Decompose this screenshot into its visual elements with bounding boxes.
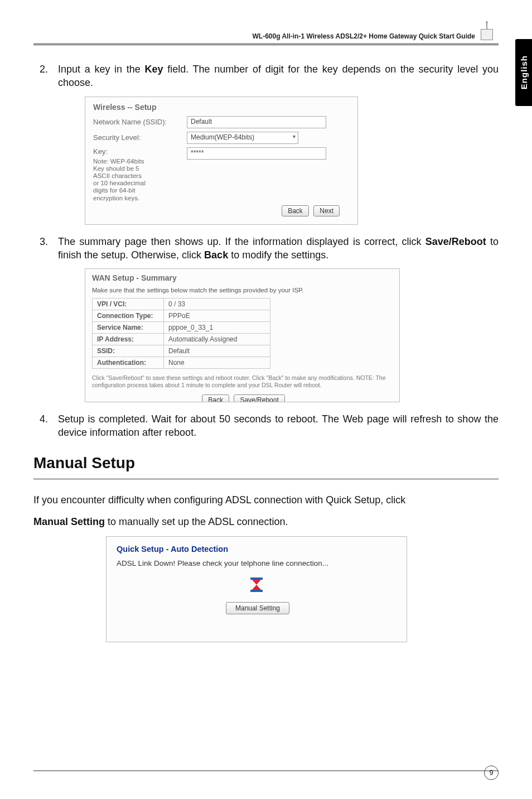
summary-title: WAN Setup - Summary (92, 273, 393, 282)
step2-pre: Input a key in the (58, 64, 144, 75)
step-number: 3. (33, 235, 48, 262)
ssid-label: Network Name (SSID): (93, 118, 187, 126)
wireless-title: Wireless -- Setup (93, 103, 350, 112)
security-select[interactable]: Medium(WEP-64bits) (187, 132, 298, 144)
wan-summary-screenshot: WAN Setup - Summary Make sure that the s… (85, 268, 400, 402)
language-tab: English (515, 39, 532, 106)
security-label: Security Level: (93, 133, 187, 142)
step-2: 2. Input a key in the Key field. The num… (33, 62, 499, 90)
adsl-message: ADSL Link Down! Please check your telpho… (117, 559, 396, 567)
header-title: WL-600g All-in-1 Wireless ADSL2/2+ Home … (253, 32, 475, 40)
hourglass-icon (250, 577, 263, 592)
key-word: Key (144, 64, 163, 75)
key-note: Note: WEP-64bits Key should be 5 ASCII c… (93, 158, 149, 202)
ssid-input[interactable]: Default (187, 116, 326, 128)
summary-subtitle: Make sure that the settings below match … (92, 287, 393, 293)
table-row: Authentication:None (93, 357, 270, 369)
table-row: Service Name:pppoe_0_33_1 (93, 322, 270, 334)
page-header: WL-600g All-in-1 Wireless ADSL2/2+ Home … (33, 22, 499, 51)
summary-table: VPI / VCI:0 / 33 Connection Type:PPPoE S… (92, 298, 270, 369)
summary-footnote: Click "Save/Reboot" to save these settin… (92, 374, 393, 389)
step-text: The summary page then shows up. If the i… (58, 235, 499, 262)
auto-title: Quick Setup - Auto Detection (117, 545, 396, 553)
router-icon (481, 29, 493, 40)
table-row: Connection Type:PPPoE (93, 310, 270, 322)
table-row: VPI / VCI:0 / 33 (93, 299, 270, 310)
auto-detection-screenshot: Quick Setup - Auto Detection ADSL Link D… (106, 536, 407, 642)
table-row: SSID:Default (93, 345, 270, 357)
step-number: 4. (33, 412, 48, 440)
step-text: Input a key in the Key field. The number… (58, 62, 499, 90)
antenna-dot (486, 21, 488, 23)
summary-save-button[interactable]: Save/Reboot (234, 394, 284, 402)
back-button[interactable]: Back (282, 205, 309, 216)
step3-post: to modify the settings. (228, 249, 328, 261)
step-text: Setup is completed. Wait for about 50 se… (58, 412, 499, 440)
manual-para-2-post: to manually set up the ADSL connection. (105, 516, 288, 527)
step-3: 3. The summary page then shows up. If th… (33, 235, 499, 262)
page-number: 9 (484, 766, 499, 780)
footer-rule (33, 771, 499, 771)
section-rule (33, 479, 499, 479)
language-label: English (519, 55, 529, 89)
manual-setting-word: Manual Setting (33, 516, 105, 527)
manual-para-2: Manual Setting to manually set up the AD… (33, 514, 499, 530)
next-button[interactable]: Next (313, 205, 340, 216)
manual-para-1: If you encounter difficulty when configu… (33, 493, 499, 508)
save-reboot-word: Save/Reboot (425, 236, 486, 247)
summary-back-button[interactable]: Back (202, 394, 229, 402)
page-footer: 9 (33, 771, 499, 777)
table-row: IP Address:Automatically Assigned (93, 334, 270, 345)
step-4: 4. Setup is completed. Wait for about 50… (33, 412, 499, 440)
manual-setting-button[interactable]: Manual Setting (226, 602, 289, 614)
back-word: Back (204, 249, 228, 261)
section-title: Manual Setup (33, 454, 499, 472)
key-label: Key: (93, 147, 187, 156)
key-input[interactable]: ***** (187, 147, 326, 160)
wireless-setup-screenshot: Wireless -- Setup Network Name (SSID): D… (85, 97, 358, 225)
step3-pre: The summary page then shows up. If the i… (58, 236, 425, 247)
header-rule (33, 44, 499, 45)
step-number: 2. (33, 62, 48, 90)
